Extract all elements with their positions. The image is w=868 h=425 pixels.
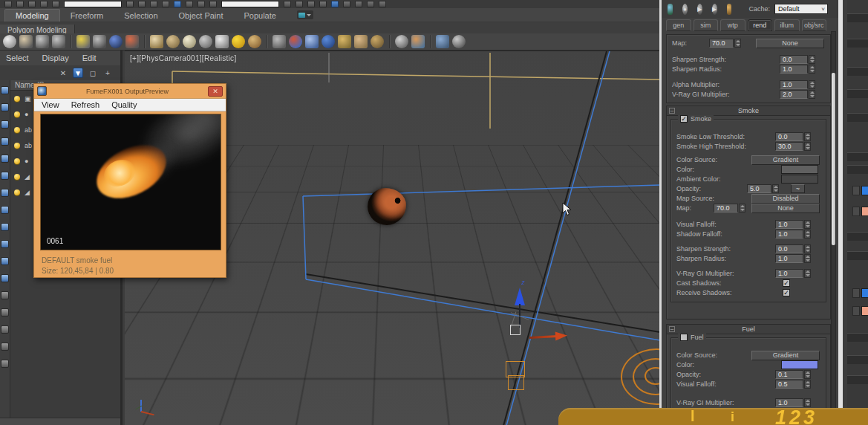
toolbar-icon[interactable] — [198, 1, 205, 7]
spinner-fragment[interactable] — [852, 207, 860, 216]
smoke-low-threshold-field[interactable]: 0.0 — [775, 132, 803, 141]
toolbar-icon[interactable] — [355, 1, 362, 7]
close-button[interactable]: ✕ — [208, 86, 223, 97]
cone-icon[interactable] — [215, 35, 229, 48]
sharpen-strength-field[interactable]: 0.0 — [780, 55, 808, 64]
spin-up-icon[interactable] — [806, 372, 810, 374]
cast-shadows-checkbox[interactable]: ✓ — [783, 279, 790, 287]
spin-down-icon[interactable] — [740, 209, 745, 211]
preview-title-bar[interactable]: FumeFX001 OutputPreview ✕ — [34, 84, 226, 98]
toolbar-input-fragment[interactable] — [221, 1, 279, 7]
table-view-icon[interactable] — [52, 35, 65, 48]
light-lister-icon[interactable] — [76, 35, 90, 48]
toolbar-icon[interactable] — [126, 1, 134, 7]
toolbar-icon[interactable] — [40, 1, 48, 7]
teapot-small-icon[interactable] — [199, 35, 212, 48]
toolbar-icon[interactable] — [186, 1, 193, 7]
toolbar-icon[interactable] — [52, 1, 59, 7]
color-grid-icon[interactable] — [411, 35, 425, 48]
explorer-tool-icon[interactable] — [1, 325, 9, 334]
v-ray-gi-multiplier-field[interactable]: 2.0 — [780, 90, 808, 99]
spin-down-icon[interactable] — [810, 70, 815, 72]
explorer-tool-icon[interactable] — [1, 291, 9, 299]
blue-color-swatch[interactable] — [861, 288, 868, 298]
ribbon-tab-selection[interactable]: Selection — [114, 9, 168, 22]
ribbon-tab-modeling[interactable]: Modeling — [4, 9, 60, 22]
explorer-tool-icon[interactable] — [1, 189, 9, 197]
toolbar-icon[interactable] — [209, 1, 217, 7]
explorer-tool-icon[interactable] — [1, 86, 9, 94]
explorer-tool-icon[interactable] — [1, 360, 9, 368]
toolbar-icon[interactable] — [284, 1, 291, 7]
value-spinner[interactable] — [804, 132, 811, 141]
pick-icon[interactable]: + — [102, 68, 113, 78]
value-spinner[interactable] — [804, 269, 811, 278]
blue-color-swatch[interactable] — [861, 186, 868, 195]
smoke-checkbox[interactable]: ✓ — [680, 115, 688, 123]
spin-up-icon[interactable] — [806, 143, 810, 146]
spin-down-icon[interactable] — [810, 60, 815, 62]
spin-up-icon[interactable] — [806, 256, 810, 258]
toolbar-icon[interactable] — [343, 1, 350, 7]
fumefx-tab-illum[interactable]: illum — [774, 19, 800, 31]
scrollbar[interactable] — [831, 31, 836, 425]
help-icon[interactable] — [452, 35, 466, 48]
value-spinner[interactable] — [804, 142, 811, 151]
fumefx-tab-sim[interactable]: sim — [694, 19, 719, 31]
gradient-button[interactable]: Gradient — [751, 155, 820, 165]
ambient-color-swatch[interactable] — [781, 175, 818, 184]
receive-shadows-checkbox[interactable]: ✓ — [783, 289, 790, 296]
spin-down-icon[interactable] — [806, 250, 810, 252]
gizmo-x-arrow[interactable] — [555, 331, 568, 341]
toolbar-icon[interactable] — [4, 1, 12, 7]
ribbon-tab-object-paint[interactable]: Object Paint — [169, 9, 234, 22]
value-spinner[interactable] — [804, 220, 811, 229]
explorer-tool-icon[interactable] — [1, 172, 9, 180]
alpha-multiplier-field[interactable]: 1.0 — [780, 80, 808, 89]
spin-up-icon[interactable] — [810, 82, 815, 84]
map-field[interactable]: 70.0 — [709, 39, 734, 48]
ribbon-tab-freeform[interactable]: Freeform — [60, 9, 114, 22]
gizmo-plane-handle[interactable] — [510, 325, 521, 335]
color-swatch[interactable] — [781, 165, 818, 174]
spin-down-icon[interactable] — [806, 274, 810, 276]
swirl-icon[interactable] — [371, 35, 384, 48]
list-view-icon[interactable] — [36, 35, 49, 48]
explorer-tool-icon[interactable] — [1, 257, 9, 265]
spin-down-icon[interactable] — [774, 189, 778, 192]
teapot-icon[interactable] — [3, 35, 16, 48]
settings-icon[interactable]: ● — [682, 4, 688, 15]
toolbar-icon[interactable] — [138, 1, 146, 7]
explorer-tool-icon[interactable] — [1, 137, 9, 146]
plane-icon[interactable] — [150, 35, 163, 48]
sharpen-radius-field[interactable]: 1.0 — [780, 65, 808, 74]
spin-down-icon[interactable] — [806, 403, 810, 406]
helper-box-wireframe[interactable] — [508, 375, 524, 390]
gizmo-z-arrow[interactable] — [515, 288, 525, 305]
explorer-tool-icon[interactable] — [1, 103, 9, 111]
preview-menu-view[interactable]: View — [42, 100, 59, 109]
spinner-fragment[interactable] — [852, 306, 860, 316]
visibility-bulb-icon[interactable] — [14, 111, 20, 117]
spinner-fragment[interactable] — [852, 186, 860, 195]
hand-icon[interactable] — [354, 35, 368, 48]
opacity-field[interactable]: 0.1 — [775, 370, 803, 379]
visibility-bulb-icon[interactable] — [14, 174, 20, 180]
ribbon-config-dropdown[interactable] — [297, 10, 313, 19]
spin-up-icon[interactable] — [806, 221, 810, 224]
v-ray-gi-multiplier-field[interactable]: 1.0 — [775, 269, 803, 278]
toolbar-input-fragment[interactable] — [64, 1, 122, 7]
disabled-button[interactable]: Disabled — [751, 194, 820, 204]
opacity-curve-button[interactable]: ~ — [791, 184, 805, 193]
fumefx-tab-wtp[interactable]: wtp — [720, 19, 745, 31]
visibility-bulb-icon[interactable] — [14, 143, 20, 149]
cache-copy-icon[interactable] — [727, 4, 732, 15]
spin-up-icon[interactable] — [810, 66, 815, 68]
spin-down-icon[interactable] — [806, 225, 810, 227]
value-spinner[interactable] — [739, 204, 745, 212]
explorer-tool-icon[interactable] — [1, 155, 9, 163]
gradient-button[interactable]: Gradient — [751, 351, 820, 360]
visual-falloff-field[interactable]: 1.0 — [775, 220, 803, 229]
value-spinner[interactable] — [809, 90, 815, 99]
toolbar-icon[interactable] — [367, 1, 374, 7]
